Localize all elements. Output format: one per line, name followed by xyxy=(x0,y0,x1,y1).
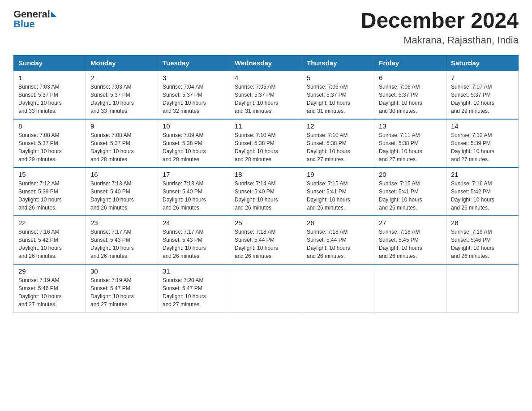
day-number: 12 xyxy=(307,122,369,130)
day-info: Sunrise: 7:15 AMSunset: 5:41 PMDaylight:… xyxy=(307,180,369,212)
logo: General Blue xyxy=(13,9,56,30)
calendar-cell: 1 Sunrise: 7:03 AMSunset: 5:37 PMDayligh… xyxy=(14,71,86,119)
column-header-wednesday: Wednesday xyxy=(230,55,302,71)
calendar-cell: 25 Sunrise: 7:18 AMSunset: 5:44 PMDaylig… xyxy=(230,216,302,264)
day-info: Sunrise: 7:17 AMSunset: 5:43 PMDaylight:… xyxy=(163,228,225,260)
calendar-cell: 12 Sunrise: 7:10 AMSunset: 5:38 PMDaylig… xyxy=(302,119,374,167)
day-number: 18 xyxy=(235,171,297,178)
day-number: 17 xyxy=(163,171,225,178)
calendar-cell: 31 Sunrise: 7:20 AMSunset: 5:47 PMDaylig… xyxy=(158,264,230,313)
day-number: 11 xyxy=(235,122,297,130)
column-header-friday: Friday xyxy=(374,55,446,71)
calendar-cell xyxy=(446,264,519,313)
column-header-saturday: Saturday xyxy=(446,55,519,71)
calendar-cell: 26 Sunrise: 7:18 AMSunset: 5:44 PMDaylig… xyxy=(302,216,374,264)
day-info: Sunrise: 7:12 AMSunset: 5:39 PMDaylight:… xyxy=(18,180,81,212)
day-number: 31 xyxy=(163,267,225,275)
day-info: Sunrise: 7:14 AMSunset: 5:40 PMDaylight:… xyxy=(235,180,297,212)
month-title: December 2024 xyxy=(361,9,519,33)
day-number: 28 xyxy=(451,219,514,227)
column-header-sunday: Sunday xyxy=(14,55,86,71)
calendar-cell: 7 Sunrise: 7:07 AMSunset: 5:37 PMDayligh… xyxy=(446,71,519,119)
day-info: Sunrise: 7:09 AMSunset: 5:38 PMDaylight:… xyxy=(163,131,225,163)
day-number: 16 xyxy=(90,171,153,178)
day-info: Sunrise: 7:03 AMSunset: 5:37 PMDaylight:… xyxy=(18,83,81,115)
calendar-cell: 22 Sunrise: 7:16 AMSunset: 5:42 PMDaylig… xyxy=(14,216,86,264)
day-number: 9 xyxy=(90,122,153,130)
day-number: 30 xyxy=(90,267,153,275)
calendar-cell: 29 Sunrise: 7:19 AMSunset: 5:46 PMDaylig… xyxy=(14,264,86,313)
day-info: Sunrise: 7:04 AMSunset: 5:37 PMDaylight:… xyxy=(163,83,225,115)
calendar-cell: 19 Sunrise: 7:15 AMSunset: 5:41 PMDaylig… xyxy=(302,167,374,216)
day-info: Sunrise: 7:05 AMSunset: 5:37 PMDaylight:… xyxy=(235,83,297,115)
day-number: 1 xyxy=(18,74,81,81)
day-info: Sunrise: 7:18 AMSunset: 5:44 PMDaylight:… xyxy=(307,228,369,260)
calendar-header-row: SundayMondayTuesdayWednesdayThursdayFrid… xyxy=(14,55,519,71)
calendar-cell: 13 Sunrise: 7:11 AMSunset: 5:38 PMDaylig… xyxy=(374,119,446,167)
day-number: 26 xyxy=(307,219,369,227)
day-number: 25 xyxy=(235,219,297,227)
day-info: Sunrise: 7:19 AMSunset: 5:47 PMDaylight:… xyxy=(90,276,153,308)
day-number: 21 xyxy=(451,171,514,178)
calendar-cell: 28 Sunrise: 7:19 AMSunset: 5:46 PMDaylig… xyxy=(446,216,519,264)
day-number: 22 xyxy=(18,219,81,227)
day-number: 29 xyxy=(18,267,81,275)
day-info: Sunrise: 7:18 AMSunset: 5:44 PMDaylight:… xyxy=(235,228,297,260)
week-row-2: 8 Sunrise: 7:08 AMSunset: 5:37 PMDayligh… xyxy=(14,119,519,167)
calendar-cell: 24 Sunrise: 7:17 AMSunset: 5:43 PMDaylig… xyxy=(158,216,230,264)
calendar-cell xyxy=(302,264,374,313)
calendar-cell: 23 Sunrise: 7:17 AMSunset: 5:43 PMDaylig… xyxy=(86,216,158,264)
day-info: Sunrise: 7:11 AMSunset: 5:38 PMDaylight:… xyxy=(379,131,442,163)
day-number: 5 xyxy=(307,74,369,81)
day-number: 7 xyxy=(451,74,514,81)
week-row-3: 15 Sunrise: 7:12 AMSunset: 5:39 PMDaylig… xyxy=(14,167,519,216)
calendar-cell xyxy=(374,264,446,313)
column-header-monday: Monday xyxy=(86,55,158,71)
calendar-cell: 9 Sunrise: 7:08 AMSunset: 5:37 PMDayligh… xyxy=(86,119,158,167)
week-row-4: 22 Sunrise: 7:16 AMSunset: 5:42 PMDaylig… xyxy=(14,216,519,264)
calendar-cell: 17 Sunrise: 7:13 AMSunset: 5:40 PMDaylig… xyxy=(158,167,230,216)
day-info: Sunrise: 7:15 AMSunset: 5:41 PMDaylight:… xyxy=(379,180,442,212)
day-number: 27 xyxy=(379,219,442,227)
day-info: Sunrise: 7:06 AMSunset: 5:37 PMDaylight:… xyxy=(379,83,442,115)
calendar-cell: 2 Sunrise: 7:03 AMSunset: 5:37 PMDayligh… xyxy=(86,71,158,119)
day-info: Sunrise: 7:06 AMSunset: 5:37 PMDaylight:… xyxy=(307,83,369,115)
calendar-cell: 18 Sunrise: 7:14 AMSunset: 5:40 PMDaylig… xyxy=(230,167,302,216)
day-number: 3 xyxy=(163,74,225,81)
calendar-cell: 21 Sunrise: 7:16 AMSunset: 5:42 PMDaylig… xyxy=(446,167,519,216)
day-info: Sunrise: 7:10 AMSunset: 5:38 PMDaylight:… xyxy=(235,131,297,163)
calendar-cell xyxy=(230,264,302,313)
week-row-5: 29 Sunrise: 7:19 AMSunset: 5:46 PMDaylig… xyxy=(14,264,519,313)
day-number: 4 xyxy=(235,74,297,81)
day-number: 8 xyxy=(18,122,81,130)
day-info: Sunrise: 7:03 AMSunset: 5:37 PMDaylight:… xyxy=(90,83,153,115)
title-area: December 2024 Makrana, Rajasthan, India xyxy=(361,9,519,46)
day-info: Sunrise: 7:17 AMSunset: 5:43 PMDaylight:… xyxy=(90,228,153,260)
day-number: 19 xyxy=(307,171,369,178)
day-info: Sunrise: 7:08 AMSunset: 5:37 PMDaylight:… xyxy=(18,131,81,163)
calendar-cell: 11 Sunrise: 7:10 AMSunset: 5:38 PMDaylig… xyxy=(230,119,302,167)
day-info: Sunrise: 7:07 AMSunset: 5:37 PMDaylight:… xyxy=(451,83,514,115)
location: Makrana, Rajasthan, India xyxy=(361,34,519,46)
page-header: General Blue December 2024 Makrana, Raja… xyxy=(13,9,519,46)
column-header-thursday: Thursday xyxy=(302,55,374,71)
day-info: Sunrise: 7:16 AMSunset: 5:42 PMDaylight:… xyxy=(18,228,81,260)
day-number: 2 xyxy=(90,74,153,81)
day-number: 15 xyxy=(18,171,81,178)
calendar-cell: 27 Sunrise: 7:18 AMSunset: 5:45 PMDaylig… xyxy=(374,216,446,264)
day-info: Sunrise: 7:13 AMSunset: 5:40 PMDaylight:… xyxy=(163,180,225,212)
day-number: 6 xyxy=(379,74,442,81)
day-number: 14 xyxy=(451,122,514,130)
calendar-cell: 3 Sunrise: 7:04 AMSunset: 5:37 PMDayligh… xyxy=(158,71,230,119)
day-number: 10 xyxy=(163,122,225,130)
calendar-cell: 16 Sunrise: 7:13 AMSunset: 5:40 PMDaylig… xyxy=(86,167,158,216)
day-info: Sunrise: 7:10 AMSunset: 5:38 PMDaylight:… xyxy=(307,131,369,163)
week-row-1: 1 Sunrise: 7:03 AMSunset: 5:37 PMDayligh… xyxy=(14,71,519,119)
day-number: 24 xyxy=(163,219,225,227)
calendar-cell: 30 Sunrise: 7:19 AMSunset: 5:47 PMDaylig… xyxy=(86,264,158,313)
calendar-cell: 5 Sunrise: 7:06 AMSunset: 5:37 PMDayligh… xyxy=(302,71,374,119)
day-info: Sunrise: 7:18 AMSunset: 5:45 PMDaylight:… xyxy=(379,228,442,260)
calendar-table: SundayMondayTuesdayWednesdayThursdayFrid… xyxy=(13,55,519,313)
day-info: Sunrise: 7:08 AMSunset: 5:37 PMDaylight:… xyxy=(90,131,153,163)
calendar-cell: 6 Sunrise: 7:06 AMSunset: 5:37 PMDayligh… xyxy=(374,71,446,119)
